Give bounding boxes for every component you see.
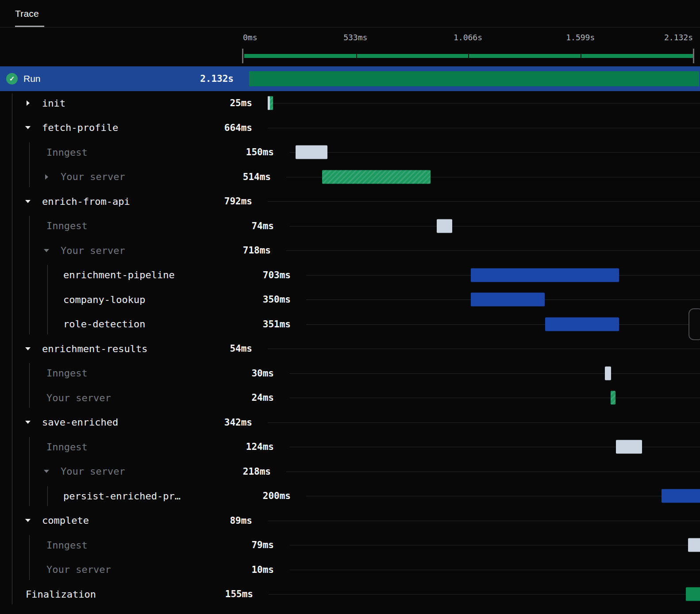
trace-row[interactable]: Your server 218ms	[0, 459, 700, 484]
span-label-cell: Your server 718ms	[0, 238, 286, 263]
span-name: Inngest	[46, 220, 88, 231]
span-name: Your server	[46, 564, 111, 575]
span-timeline-cell	[249, 66, 699, 91]
span-duration: 25ms	[230, 98, 268, 108]
span-duration: 703ms	[263, 270, 306, 280]
span-duration: 664ms	[224, 123, 268, 133]
span-duration: 10ms	[251, 564, 289, 575]
trace-row[interactable]: company-lookup 350ms	[0, 288, 700, 312]
trace-row[interactable]: ✓ Run 2.132s	[0, 66, 700, 91]
chevron-down-icon[interactable]	[25, 347, 31, 350]
trace-row[interactable]: persist-enriched-pr… 200ms	[0, 484, 700, 509]
span-duration: 2.132s	[200, 73, 249, 84]
span-bar[interactable]	[616, 440, 642, 454]
trace-row[interactable]: enrichment-results 54ms	[0, 337, 700, 361]
span-duration: 350ms	[263, 294, 306, 305]
chevron-down-icon[interactable]	[25, 126, 31, 129]
trace-row[interactable]: role-detection 351ms	[0, 312, 700, 337]
span-duration: 718ms	[243, 245, 286, 256]
chevron-right-icon[interactable]	[25, 100, 31, 106]
span-timeline-cell	[268, 91, 700, 116]
span-bar[interactable]	[611, 391, 615, 405]
span-bar[interactable]	[688, 538, 700, 552]
trace-row[interactable]: Your server 10ms	[0, 557, 700, 582]
minimap-tick	[581, 54, 581, 58]
trace-row[interactable]: Inngest 124ms	[0, 435, 700, 460]
span-track-line	[289, 398, 700, 398]
span-bar[interactable]	[686, 587, 700, 601]
span-duration: 124ms	[246, 441, 289, 452]
span-label-cell: Your server 514ms	[0, 165, 286, 189]
span-bar[interactable]	[437, 219, 452, 233]
span-label-cell: Inngest 30ms	[0, 361, 289, 386]
span-timeline-cell	[306, 263, 700, 288]
vertical-scrollbar-thumb[interactable]	[688, 308, 700, 340]
span-bar[interactable]	[471, 293, 545, 307]
chevron-down-icon[interactable]	[43, 249, 50, 252]
span-track-line	[268, 422, 700, 423]
trace-row[interactable]: Inngest 74ms	[0, 214, 700, 238]
trace-row[interactable]: Your server 514ms	[0, 165, 700, 189]
span-duration: 200ms	[263, 491, 306, 501]
trace-row[interactable]: enrich-from-api 792ms	[0, 189, 700, 214]
span-duration: 155ms	[225, 589, 269, 599]
span-track-line	[289, 545, 700, 545]
trace-row[interactable]: complete 89ms	[0, 508, 700, 533]
span-duration: 74ms	[251, 221, 289, 231]
span-label-cell: Your server 10ms	[0, 557, 289, 582]
trace-row[interactable]: fetch-profile 664ms	[0, 115, 700, 140]
span-duration: 218ms	[243, 466, 286, 477]
timeline-minimap[interactable]	[244, 54, 693, 58]
span-track-line	[269, 594, 700, 595]
span-duration: 30ms	[251, 368, 289, 379]
minimap-tick	[468, 54, 469, 58]
span-label-cell: enrich-from-api 792ms	[0, 189, 268, 214]
span-timeline-cell	[286, 459, 700, 484]
axis-tick-label: 1.599s	[566, 33, 595, 42]
span-bar[interactable]	[322, 170, 431, 184]
chevron-down-icon[interactable]	[25, 200, 31, 203]
minimap-tick	[356, 54, 357, 58]
span-track-line	[306, 324, 700, 325]
span-label-cell: fetch-profile 664ms	[0, 115, 268, 140]
span-name: complete	[42, 515, 89, 526]
span-bar[interactable]	[605, 366, 611, 380]
span-timeline-cell	[289, 435, 700, 460]
trace-row[interactable]: enrichment-pipeline 703ms	[0, 263, 700, 288]
trace-row[interactable]: Inngest 30ms	[0, 361, 700, 386]
trace-row[interactable]: Inngest 150ms	[0, 140, 700, 165]
trace-row[interactable]: Finalization 155ms	[0, 582, 700, 607]
span-track-line	[268, 103, 700, 104]
active-tab-indicator	[15, 26, 44, 27]
span-duration: 792ms	[224, 196, 268, 207]
axis-tick-label: 1.066s	[454, 33, 482, 42]
span-bar[interactable]	[471, 268, 619, 282]
span-label-cell: ✓ Run 2.132s	[0, 66, 249, 91]
span-name: fetch-profile	[42, 122, 118, 133]
trace-row[interactable]: init 25ms	[0, 91, 700, 116]
span-timeline-cell	[306, 288, 700, 312]
trace-row[interactable]: Your server 24ms	[0, 386, 700, 411]
span-name: save-enriched	[42, 417, 118, 428]
span-bar[interactable]	[662, 489, 700, 503]
timeline-axis: 0ms533ms1.066s1.599s2.132s	[243, 33, 693, 44]
span-bar[interactable]	[249, 71, 699, 86]
timeline-header: 0ms533ms1.066s1.599s2.132s	[0, 27, 700, 66]
trace-row[interactable]: Inngest 79ms	[0, 533, 700, 558]
span-bar[interactable]	[270, 96, 273, 110]
span-bar[interactable]	[545, 317, 619, 331]
span-timeline-cell	[268, 410, 700, 435]
trace-row[interactable]: save-enriched 342ms	[0, 410, 700, 435]
span-timeline-cell	[289, 214, 700, 238]
chevron-down-icon[interactable]	[25, 421, 31, 424]
span-track-line	[306, 496, 700, 496]
chevron-right-icon[interactable]	[43, 174, 50, 180]
span-track-line	[286, 250, 700, 251]
chevron-down-icon[interactable]	[25, 519, 31, 522]
chevron-down-icon[interactable]	[43, 470, 50, 473]
tab-trace[interactable]: Trace	[15, 0, 39, 27]
trace-row[interactable]: Your server 718ms	[0, 238, 700, 263]
span-label-cell: company-lookup 350ms	[0, 288, 306, 312]
span-timeline-cell	[289, 361, 700, 386]
span-bar[interactable]	[296, 146, 327, 159]
